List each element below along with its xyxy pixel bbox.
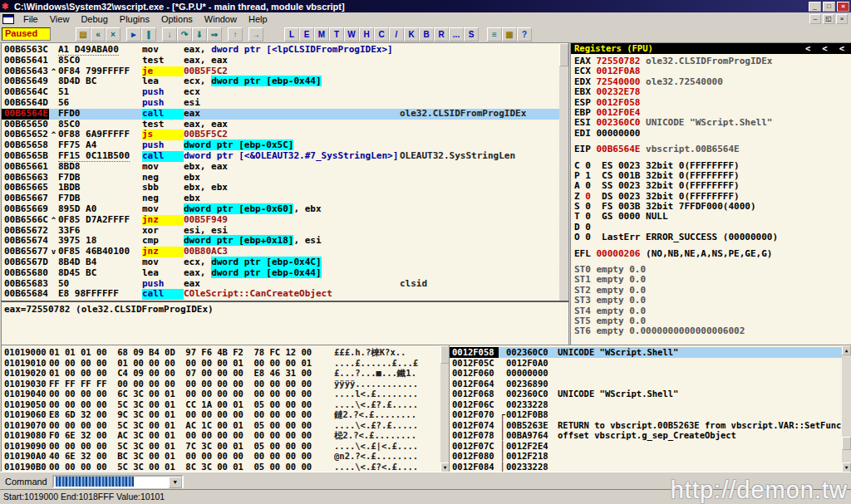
window-button-e[interactable]: E <box>299 27 314 42</box>
window-button-t[interactable]: T <box>329 27 344 42</box>
stack-row[interactable]: 0012F078│00BA9764offset vbscript.g_sep_C… <box>450 430 851 441</box>
scroll-up-icon[interactable]: ▲ <box>842 345 851 355</box>
register-line[interactable]: EDI 00000000 <box>574 129 851 139</box>
child-close-button[interactable]: × <box>836 14 848 24</box>
stack-frame-bracket: │ <box>499 451 506 462</box>
collapse-arrow-icon[interactable]: < <box>805 43 810 54</box>
stack-row[interactable]: 0012F06C00233228 <box>450 399 851 410</box>
dump-ascii: ....\<.£?.£..... <box>334 420 450 431</box>
disasm-row[interactable]: 00B6565BFF15 0C11B500calldword ptr [<&OL… <box>2 151 568 162</box>
window-button-h[interactable]: H <box>359 27 374 42</box>
disasm-row[interactable]: 00B6564C51pushecx <box>2 87 568 98</box>
help-button[interactable]: ? <box>517 27 532 42</box>
stack-row[interactable]: 0012F070┌0012F0B8 <box>450 409 851 420</box>
dump-row[interactable]: 010190A040 6E 32 00 BC 3C 00 01 00 00 00… <box>2 451 450 462</box>
disasm-row[interactable]: 00B6564D56pushesi <box>2 98 568 109</box>
menu-item-file[interactable]: File <box>17 13 44 25</box>
disasm-row[interactable]: 00B656808D45 BCleaeax, dword ptr [ebp-0x… <box>2 268 568 279</box>
dump-row[interactable]: 0101900001 01 01 00 68 09 B4 0D 97 F6 4B… <box>2 347 450 358</box>
menu-item-debug[interactable]: Debug <box>75 13 113 25</box>
register-line[interactable]: T 0 GS 0000 NULL <box>574 212 851 222</box>
window-button-m[interactable]: M <box>314 27 329 42</box>
window-button-s[interactable]: S <box>464 27 479 42</box>
window-button-runtrace[interactable]: ... <box>449 27 464 42</box>
stack-row[interactable]: 0012F084│00233228 <box>450 462 851 472</box>
dump-row[interactable]: 01019030FF FF FF FF 00 00 00 00 00 00 00… <box>2 379 450 389</box>
stack-row[interactable]: 0012F07C│0012F2E4 <box>450 441 851 452</box>
dump-row[interactable]: 0101905000 00 00 00 5C 3C 00 01 CC 1A 00… <box>2 399 450 410</box>
pause-button[interactable]: ∥ <box>141 27 156 42</box>
menu-item-options[interactable]: Options <box>155 13 199 25</box>
register-line[interactable]: EFL 00000206 (NO,NB,NE,A,NS,PE,GE,G) <box>574 249 851 259</box>
dump-row[interactable]: 0101904000 00 00 00 6C 3C 00 01 00 00 00… <box>2 389 450 399</box>
animate-into-button[interactable]: ⇓ <box>192 27 207 42</box>
step-over-button[interactable]: ↷ <box>177 27 192 42</box>
command-input[interactable]: ▼ <box>52 475 184 488</box>
window-button-w[interactable]: W <box>344 27 359 42</box>
disasm-row[interactable]: 00B6566C^0F85 D7A2FFFFjnz00B5F949 <box>2 215 568 226</box>
window-button-l[interactable]: L <box>284 27 299 42</box>
menu-item-window[interactable]: Window <box>199 13 243 25</box>
stack-row[interactable]: 0012F05C0012F0A0 <box>450 358 851 369</box>
disasm-row[interactable]: 00B6563CA1 D49ABA00moveax, dword ptr [<l… <box>2 45 568 56</box>
windows-button[interactable]: ▦ <box>502 27 517 42</box>
stack-row[interactable]: 0012F080│0012F218 <box>450 451 851 462</box>
child-restore-button[interactable]: ◱ <box>823 14 834 24</box>
close-button[interactable]: × <box>837 2 849 12</box>
child-minimize-button[interactable]: – <box>809 14 821 24</box>
open-button[interactable]: ▤ <box>76 27 91 42</box>
step-into-button[interactable]: ↓ <box>162 27 177 42</box>
options-button[interactable]: ≡ <box>487 27 502 42</box>
window-button-patches[interactable]: / <box>389 27 404 42</box>
restart-button[interactable]: « <box>91 27 106 42</box>
register-line[interactable]: ST6 empty 0.0000000000000006002 <box>574 326 851 336</box>
collapse-arrow-icon[interactable]: < <box>822 43 827 54</box>
register-line[interactable]: O 0 LastErr ERROR_SUCCESS (00000000) <box>574 232 851 242</box>
disasm-row[interactable]: 00B65663F7DBnegebx <box>2 173 568 183</box>
disasm-row[interactable]: 00B65684E8 98FFFFFFcallCOleScript::CanCr… <box>2 289 568 300</box>
operand-segment: dword ptr [<&OLEAUT32.#7_SysStringLen>] <box>184 150 398 161</box>
stack-row[interactable]: 0012F06000000000 <box>450 368 851 379</box>
menu-item-plugins[interactable]: Plugins <box>114 13 155 25</box>
menu-item-help[interactable]: Help <box>243 13 273 25</box>
window-button-r[interactable]: R <box>434 27 449 42</box>
menu-item-view[interactable]: View <box>44 13 76 25</box>
register-segment: S 0 FS 003B 32bit 7FFDF000(4000) <box>574 201 756 212</box>
close-process-button[interactable]: × <box>106 27 121 42</box>
dump-row[interactable]: 01019060E8 6D 32 00 9C 3C 00 01 00 00 00… <box>2 409 450 420</box>
execute-till-return-button[interactable]: ↑ <box>228 27 243 42</box>
stack-row[interactable]: 0012F06400236890 <box>450 379 851 389</box>
disasm-row[interactable]: 00B656498D4D BCleaecx, dword ptr [ebp-0x… <box>2 76 568 87</box>
disassembly-scrollbar[interactable] <box>559 43 568 301</box>
goto-address-button[interactable]: → <box>248 27 263 42</box>
stack-row[interactable]: 0012F058002360C0UNICODE "WScript.Shell" <box>450 347 851 358</box>
scrollbar-thumb[interactable] <box>842 437 851 450</box>
maximize-button[interactable]: □ <box>823 2 835 12</box>
window-button-c[interactable]: C <box>374 27 389 42</box>
stack-row[interactable]: 0012F068002360C0UNICODE "WScript.Shell" <box>450 389 851 399</box>
dump-row[interactable]: 01019080F0 6E 32 00 AC 3C 00 01 00 00 00… <box>2 430 450 441</box>
collapse-arrow-icon[interactable]: < <box>839 43 844 54</box>
stack-row[interactable]: 0012F074│00B5263ERETURN to vbscript.00B5… <box>450 420 851 431</box>
disasm-row[interactable]: 00B6564EFFD0calleaxole32.CLSIDFromProgID… <box>2 109 568 120</box>
minimize-button[interactable]: _ <box>809 2 821 12</box>
operand-segment: eax, eax <box>184 119 228 130</box>
scrollbar-thumb[interactable] <box>559 43 568 66</box>
register-segment: 72550782 <box>597 56 641 66</box>
dump-row[interactable]: 0101902001 00 00 00 C4 09 00 00 07 00 00… <box>2 368 450 379</box>
dump-row[interactable]: 010190B000 00 00 00 5C 3C 00 01 8C 3C 00… <box>2 462 450 472</box>
operand-segment: eax, <box>184 267 211 278</box>
run-button[interactable]: ► <box>126 27 141 42</box>
register-line[interactable]: EIP 00B6564E vbscript.00B6564E <box>574 144 851 154</box>
window-button-b[interactable]: B <box>419 27 434 42</box>
chevron-down-icon[interactable]: ▼ <box>169 477 182 488</box>
disasm-row[interactable]: 00B656651BDBsbbebx, ebx <box>2 183 568 193</box>
dump-row[interactable]: 0101901000 00 00 00 01 00 00 00 00 00 00… <box>2 358 450 369</box>
register-segment: ST5 empty 0.0 <box>574 316 646 326</box>
dump-row[interactable]: 0101907000 00 00 00 5C 3C 00 01 AC 1C 00… <box>2 420 450 431</box>
stack-scrollbar[interactable]: ▲ ▼ <box>842 345 851 472</box>
disasm-row[interactable]: 00B656618BD8movebx, eax <box>2 162 568 173</box>
dump-row[interactable]: 0101909000 00 00 00 5C 3C 00 01 7C 3C 00… <box>2 441 450 452</box>
window-button-k[interactable]: K <box>404 27 419 42</box>
animate-over-button[interactable]: ⇒ <box>207 27 222 42</box>
